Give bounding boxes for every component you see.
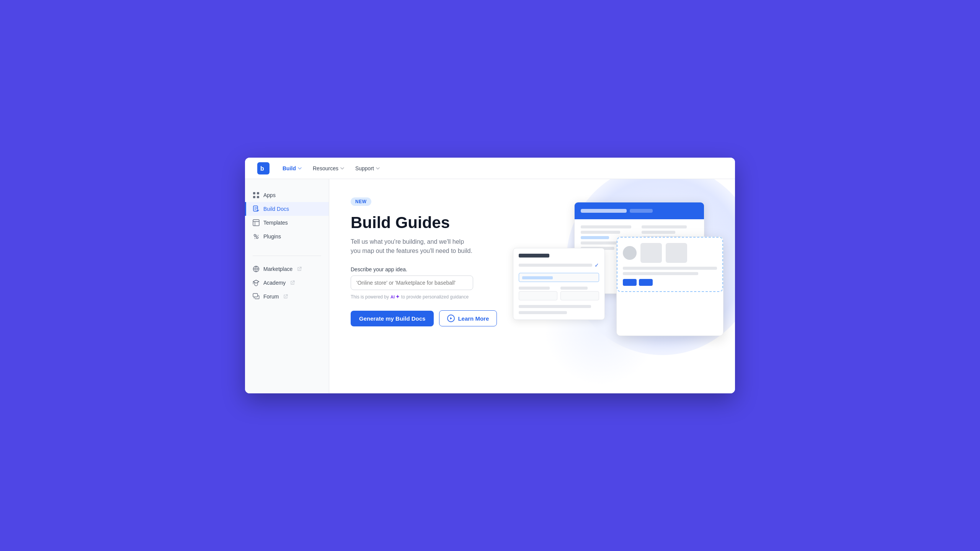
learn-more-button[interactable]: Learn More bbox=[439, 310, 497, 326]
academy-icon bbox=[253, 279, 260, 286]
template-icon bbox=[253, 219, 260, 226]
mock-form-col-2 bbox=[560, 287, 599, 300]
sidebar-item-forum[interactable]: Forum bbox=[245, 290, 329, 303]
mock-form-row: ✓ bbox=[519, 262, 599, 268]
nav-build[interactable]: Build bbox=[279, 163, 306, 174]
mock-form-panel: ✓ bbox=[513, 248, 605, 320]
mock-line bbox=[581, 231, 620, 234]
mock-form-field bbox=[519, 264, 592, 267]
sidebar-item-plugins[interactable]: Plugins bbox=[245, 230, 329, 243]
sidebar-item-marketplace[interactable]: Marketplace bbox=[245, 262, 329, 276]
sidebar-main-group: Apps Build Docs Templates bbox=[245, 188, 329, 243]
learn-more-label: Learn More bbox=[458, 315, 489, 322]
sidebar: Apps Build Docs Templates bbox=[245, 179, 329, 393]
mock-line bbox=[581, 225, 631, 228]
plugins-icon bbox=[253, 233, 260, 240]
sidebar-item-build-docs[interactable]: Build Docs bbox=[245, 202, 329, 216]
templates-label: Templates bbox=[263, 220, 288, 226]
svg-rect-5 bbox=[257, 196, 259, 198]
build-docs-label: Build Docs bbox=[263, 206, 289, 212]
nav-support-label: Support bbox=[355, 165, 374, 171]
play-circle-icon bbox=[447, 315, 455, 322]
mock-input bbox=[560, 291, 599, 300]
mock-line bbox=[623, 267, 717, 270]
mock-form-col-1 bbox=[519, 287, 557, 300]
mock-buttons bbox=[623, 279, 717, 286]
svg-rect-11 bbox=[253, 293, 258, 297]
subtitle-line1: Tell us what you're building, and we'll … bbox=[351, 238, 464, 245]
subtitle-line2: you map out the features you'll need to … bbox=[351, 248, 472, 254]
app-idea-input[interactable] bbox=[351, 276, 473, 290]
globe-icon bbox=[253, 266, 260, 272]
forum-label: Forum bbox=[263, 293, 279, 300]
mock-check-icon: ✓ bbox=[595, 262, 599, 268]
doc-icon bbox=[253, 205, 260, 212]
mock-avatar bbox=[623, 246, 637, 260]
main-layout: Apps Build Docs Templates bbox=[245, 179, 735, 393]
chevron-down-icon bbox=[376, 166, 380, 171]
top-nav: b Build Resources Support bbox=[245, 158, 735, 179]
external-link-icon bbox=[283, 294, 288, 299]
mock-thumb-2 bbox=[666, 243, 687, 263]
sidebar-external-group: Marketplace Academy bbox=[245, 262, 329, 303]
new-badge: NEW bbox=[351, 197, 371, 206]
external-link-icon bbox=[290, 280, 295, 285]
sidebar-item-apps[interactable]: Apps bbox=[245, 188, 329, 202]
external-link-icon bbox=[297, 267, 302, 271]
mock-line bbox=[642, 231, 675, 234]
mock-selection-box bbox=[617, 237, 723, 292]
chevron-down-icon bbox=[340, 166, 345, 171]
mock-line bbox=[519, 305, 591, 308]
sidebar-divider bbox=[253, 256, 321, 256]
mock-thumb-1 bbox=[640, 243, 662, 263]
svg-rect-3 bbox=[257, 192, 259, 194]
svg-rect-7 bbox=[253, 220, 259, 226]
grid-icon bbox=[253, 192, 260, 199]
svg-rect-2 bbox=[253, 192, 255, 194]
nav-items: Build Resources Support bbox=[279, 163, 384, 174]
mock-line bbox=[581, 236, 609, 239]
forum-icon bbox=[253, 293, 260, 300]
mock-line bbox=[623, 272, 698, 275]
sidebar-item-templates[interactable]: Templates bbox=[245, 216, 329, 230]
mock-btn-1 bbox=[623, 279, 637, 286]
plugins-label: Plugins bbox=[263, 233, 281, 240]
svg-rect-4 bbox=[253, 196, 255, 198]
app-window: b Build Resources Support bbox=[245, 158, 735, 393]
nav-resources[interactable]: Resources bbox=[309, 163, 348, 174]
main-content: NEW Build Guides Tell us what you're bui… bbox=[329, 179, 735, 393]
mock-header-bar-2 bbox=[630, 209, 653, 213]
mock-panel-header bbox=[575, 202, 704, 219]
logo-icon: b bbox=[257, 162, 270, 174]
mock-line bbox=[519, 311, 567, 314]
mock-line bbox=[642, 225, 687, 228]
svg-point-8 bbox=[254, 235, 256, 236]
mock-input-active bbox=[519, 273, 599, 282]
nav-build-label: Build bbox=[283, 165, 296, 171]
svg-text:b: b bbox=[260, 165, 264, 172]
sidebar-item-academy[interactable]: Academy bbox=[245, 276, 329, 290]
mock-ui-panel-front bbox=[616, 236, 724, 336]
mock-header-bar-1 bbox=[581, 209, 627, 213]
nav-support[interactable]: Support bbox=[351, 163, 384, 174]
academy-label: Academy bbox=[263, 280, 286, 286]
mock-line bbox=[519, 287, 550, 290]
chevron-down-icon bbox=[297, 166, 302, 171]
generate-build-docs-button[interactable]: Generate my Build Docs bbox=[351, 311, 434, 326]
marketplace-label: Marketplace bbox=[263, 266, 292, 272]
mock-btn-2 bbox=[639, 279, 653, 286]
ai-badge: AI ✦ bbox=[390, 294, 400, 300]
apps-label: Apps bbox=[263, 192, 276, 198]
mock-form-title bbox=[519, 254, 549, 258]
svg-point-9 bbox=[256, 237, 258, 239]
mock-form-cols bbox=[519, 287, 599, 300]
mock-line bbox=[560, 287, 588, 290]
mock-content-row bbox=[623, 243, 717, 263]
mock-input-bar bbox=[522, 276, 553, 279]
nav-resources-label: Resources bbox=[313, 165, 338, 171]
mock-input bbox=[519, 291, 557, 300]
